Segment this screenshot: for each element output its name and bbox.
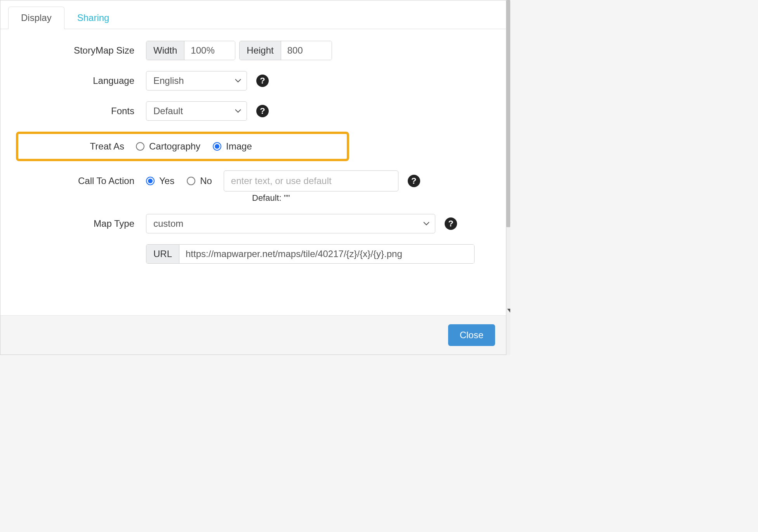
radio-cartography[interactable]: Cartography: [136, 141, 200, 152]
url-input-group: URL: [146, 244, 475, 264]
row-language: Language English ?: [16, 71, 490, 90]
help-icon[interactable]: ?: [256, 105, 269, 117]
help-icon[interactable]: ?: [256, 75, 269, 87]
help-icon[interactable]: ?: [408, 175, 420, 187]
tab-bar: Display Sharing: [0, 0, 506, 29]
radio-cta-yes-input[interactable]: [146, 177, 155, 185]
radio-image[interactable]: Image: [213, 141, 252, 152]
language-value: English: [153, 75, 184, 86]
help-icon[interactable]: ?: [445, 217, 457, 230]
row-fonts: Fonts Default ?: [16, 101, 490, 121]
cta-default-text: Default: "": [252, 193, 490, 203]
scroll-down-arrow-icon[interactable]: [507, 309, 510, 313]
fonts-value: Default: [153, 106, 183, 116]
row-map-url: URL: [16, 244, 490, 264]
row-map-type: Map Type custom ?: [16, 214, 490, 233]
scrollbar[interactable]: [506, 0, 510, 355]
radio-image-label: Image: [226, 141, 252, 152]
map-type-value: custom: [153, 218, 183, 229]
dialog-footer: Close: [0, 315, 506, 355]
label-treat-as: Treat As: [18, 141, 136, 152]
dialog-body: StoryMap Size Width Height Language Engl…: [0, 29, 506, 315]
chevron-down-icon: [235, 109, 241, 113]
radio-image-input[interactable]: [213, 142, 221, 151]
tab-sharing[interactable]: Sharing: [64, 7, 122, 29]
radio-cta-no[interactable]: No: [187, 176, 212, 186]
label-map-type: Map Type: [16, 218, 146, 229]
close-button[interactable]: Close: [448, 324, 495, 346]
width-input-group: Width: [146, 41, 235, 60]
radio-cta-no-label: No: [200, 176, 212, 186]
radio-cartography-input[interactable]: [136, 142, 144, 151]
radio-cta-yes-label: Yes: [159, 176, 174, 186]
cta-text-input[interactable]: [224, 170, 398, 191]
radio-cta-yes[interactable]: Yes: [146, 176, 174, 186]
chevron-down-icon: [235, 79, 241, 83]
url-input[interactable]: [179, 245, 474, 263]
scrollbar-thumb[interactable]: [506, 0, 510, 227]
row-call-to-action: Call To Action Yes No ?: [16, 170, 490, 191]
width-input[interactable]: [184, 41, 235, 60]
radio-cartography-label: Cartography: [149, 141, 200, 152]
label-language: Language: [16, 75, 146, 86]
width-addon: Width: [146, 41, 184, 60]
language-select[interactable]: English: [146, 71, 247, 90]
url-addon: URL: [146, 245, 179, 263]
treat-as-group: Cartography Image: [136, 141, 252, 152]
chevron-down-icon: [423, 222, 429, 226]
label-fonts: Fonts: [16, 106, 146, 116]
map-type-select[interactable]: custom: [146, 214, 435, 233]
cta-radio-group: Yes No: [146, 176, 212, 186]
height-addon: Height: [240, 41, 281, 60]
row-storymap-size: StoryMap Size Width Height: [16, 41, 490, 60]
settings-dialog: Display Sharing StoryMap Size Width Heig…: [0, 0, 506, 355]
radio-cta-no-input[interactable]: [187, 177, 195, 185]
label-storymap-size: StoryMap Size: [16, 45, 146, 56]
highlight-treat-as: Treat As Cartography Image: [16, 132, 349, 161]
height-input[interactable]: [281, 41, 332, 60]
label-cta: Call To Action: [16, 176, 146, 186]
fonts-select[interactable]: Default: [146, 101, 247, 121]
tab-display[interactable]: Display: [8, 7, 64, 29]
height-input-group: Height: [239, 41, 332, 60]
